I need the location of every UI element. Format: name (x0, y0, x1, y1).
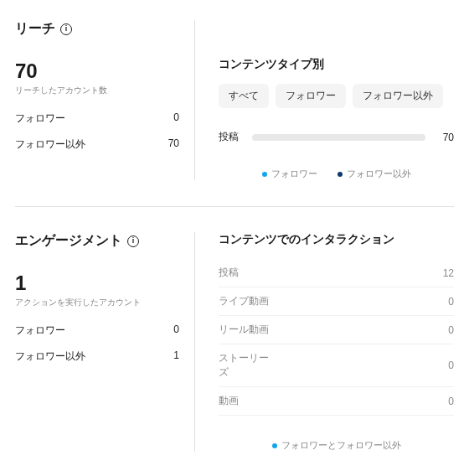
reach-right-title: コンテンツタイプ別 (219, 57, 454, 72)
reach-row-value: 0 (173, 111, 179, 126)
engagement-item-value: 0 (439, 296, 454, 308)
engagement-item-label: ライブ動画 (219, 294, 271, 308)
tab-nonfollowers[interactable]: フォロワー以外 (353, 84, 443, 108)
engagement-total: 1 (15, 272, 179, 295)
info-icon[interactable]: i (60, 23, 72, 35)
engagement-row-value: 1 (173, 349, 179, 364)
info-icon[interactable]: i (127, 235, 139, 247)
reach-bar-value: 70 (434, 132, 454, 143)
engagement-row-label: フォロワー以外 (15, 349, 85, 364)
reach-total: 70 (15, 60, 179, 83)
reach-right: コンテンツタイプ別 すべて フォロワー フォロワー以外 投稿 70 フォロワー … (195, 20, 454, 180)
legend-dot (338, 172, 343, 177)
reach-legend: フォロワー フォロワー以外 (219, 168, 454, 180)
reach-title: リーチ i (15, 20, 179, 38)
engagement-item-bar (281, 271, 429, 276)
engagement-right: コンテンツでのインタラクション 投稿 12 ライブ動画 0 リール動画 0 (195, 232, 454, 452)
engagement-left: エンゲージメント i 1 アクションを実行したアカウント フォロワー 0 フォロ… (15, 232, 195, 452)
reach-row: フォロワー 0 (15, 111, 179, 126)
engagement-item-value: 0 (439, 360, 454, 371)
legend-item: フォロワー以外 (338, 168, 411, 180)
engagement-item: リール動画 0 (219, 316, 454, 344)
reach-left: リーチ i 70 リーチしたアカウント数 フォロワー 0 フォロワー以外 70 (15, 20, 195, 180)
engagement-section: エンゲージメント i 1 アクションを実行したアカウント フォロワー 0 フォロ… (15, 206, 454, 476)
engagement-item-value: 0 (439, 396, 454, 407)
engagement-item: ストーリーズ 0 (219, 344, 454, 387)
legend-dot (272, 443, 277, 448)
reach-row: フォロワー以外 70 (15, 137, 179, 152)
reach-row-label: フォロワー以外 (15, 137, 85, 152)
reach-bar-label: 投稿 (219, 130, 244, 144)
engagement-item-bar (281, 328, 429, 333)
reach-tabs: すべて フォロワー フォロワー以外 (219, 84, 454, 108)
engagement-item-bar (281, 363, 429, 368)
legend-dot (262, 172, 267, 177)
engagement-item: ライブ動画 0 (219, 287, 454, 316)
engagement-item: 投稿 12 (219, 259, 454, 287)
legend-item: フォロワーとフォロワー以外 (272, 439, 401, 452)
engagement-item-bar (281, 299, 429, 304)
reach-row-label: フォロワー (15, 111, 65, 126)
engagement-rows: 投稿 12 ライブ動画 0 リール動画 0 ストーリーズ 0 (219, 259, 454, 416)
engagement-item-label: リール動画 (219, 323, 271, 337)
engagement-title-text: エンゲージメント (15, 232, 122, 250)
engagement-row-label: フォロワー (15, 323, 65, 338)
engagement-item-value: 12 (439, 267, 454, 279)
engagement-item-value: 0 (439, 324, 454, 336)
reach-total-sub: リーチしたアカウント数 (15, 85, 179, 96)
legend-item: フォロワー (262, 168, 317, 180)
engagement-item-label: ストーリーズ (219, 351, 271, 380)
tab-followers[interactable]: フォロワー (276, 84, 346, 108)
engagement-total-sub: アクションを実行したアカウント (15, 297, 179, 308)
engagement-right-title: コンテンツでのインタラクション (219, 232, 454, 247)
engagement-row-value: 0 (173, 323, 179, 338)
engagement-item: 動画 0 (219, 387, 454, 416)
engagement-item-label: 投稿 (219, 266, 271, 280)
reach-bar (252, 134, 425, 141)
engagement-row: フォロワー 0 (15, 323, 179, 338)
tab-all[interactable]: すべて (219, 84, 269, 108)
legend-label: フォロワーとフォロワー以外 (281, 440, 401, 450)
engagement-item-bar (281, 399, 429, 404)
reach-section: リーチ i 70 リーチしたアカウント数 フォロワー 0 フォロワー以外 70 … (15, 8, 454, 206)
engagement-legend: フォロワーとフォロワー以外 (219, 439, 454, 452)
reach-bar-row: 投稿 70 (219, 130, 454, 144)
legend-label: フォロワー (271, 168, 317, 178)
legend-label: フォロワー以外 (347, 168, 411, 178)
reach-title-text: リーチ (15, 20, 55, 38)
engagement-item-label: 動画 (219, 394, 271, 408)
engagement-row: フォロワー以外 1 (15, 349, 179, 364)
engagement-title: エンゲージメント i (15, 232, 179, 250)
reach-row-value: 70 (168, 137, 179, 152)
